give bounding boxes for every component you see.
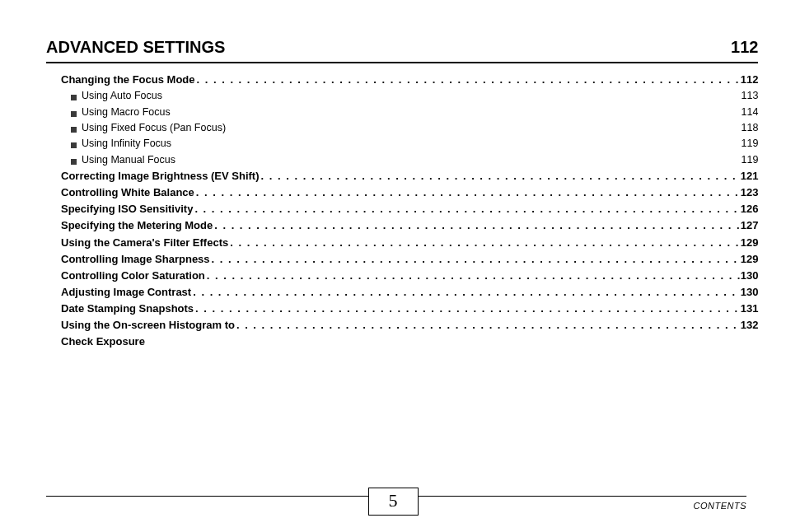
toc-page: 129 [741,235,759,251]
leader-dots: . . . . . . . . . . . . . . . . . . . . … [210,251,741,268]
toc-entry: Using the Camera's Filter Effects. . . .… [61,235,758,251]
toc-entry: Adjusting Image Contrast. . . . . . . . … [61,284,758,301]
toc-subentry: Using Manual Focus119 [71,152,758,168]
toc-subentry: Using Macro Focus114 [71,105,758,120]
leader-dots: . . . . . . . . . . . . . . . . . . . . … [194,184,741,201]
toc-entry: Controlling Color Saturation. . . . . . … [61,268,758,284]
toc-sub-page: 119 [742,136,759,152]
page-number: 5 [368,488,419,516]
leader-dots: . . . . . . . . . . . . . . . . . . . . … [195,72,741,88]
section-heading-advanced-settings: ADVANCED SETTINGS 112 [46,38,758,57]
leader-dots: . . . . . . . . . . . . . . . . . . . . … [193,201,740,217]
leader-dots: . . . . . . . . . . . . . . . . . . . . … [235,317,741,334]
toc-page: 121 [741,168,759,184]
toc-label: Changing the Focus Mode [61,72,195,88]
leader-dots: . . . . . . . . . . . . . . . . . . . . … [205,268,741,284]
toc-page: 129 [741,251,759,268]
toc-page: 132 [741,317,759,334]
section-title: ADVANCED SETTINGS [46,38,225,57]
section-page: 112 [731,38,758,57]
toc-subentry: Using Fixed Focus (Pan Focus)118 [71,120,758,136]
toc-entry: Date Stamping Snapshots. . . . . . . . .… [61,301,758,317]
toc-sub-page: 119 [742,152,759,168]
toc-page: 131 [741,301,759,317]
bullet-square-icon [71,159,77,165]
two-column-layout: ADVANCED SETTINGS 112 Changing the Focus… [46,33,746,478]
bullet-square-icon [71,111,77,117]
toc-label: Using the Camera's Filter Effects [61,235,228,251]
toc-page: 123 [741,184,759,201]
toc-page: 112 [741,72,759,88]
bullet-square-icon [71,142,77,148]
toc-entry: Changing the Focus Mode. . . . . . . . .… [61,72,758,88]
toc-label: Specifying the Metering Mode [61,217,213,234]
toc-list-left: Changing the Focus Mode. . . . . . . . .… [46,72,758,351]
toc-label: Correcting Image Brightness (EV Shift) [61,168,260,184]
bullet-square-icon [71,127,77,133]
leader-dots: . . . . . . . . . . . . . . . . . . . . … [194,301,741,317]
toc-page: 127 [741,217,759,234]
toc-page: 126 [741,201,759,217]
toc-entry: Correcting Image Brightness (EV Shift). … [61,168,758,184]
toc-sub-label: Using Infinity Focus [82,136,171,152]
toc-entry: Controlling White Balance. . . . . . . .… [61,184,758,201]
toc-subentry: Using Infinity Focus119 [71,136,758,152]
toc-entry: Specifying the Metering Mode. . . . . . … [61,217,758,234]
leader-dots: . . . . . . . . . . . . . . . . . . . . … [260,168,741,184]
toc-entry: Specifying ISO Sensitivity. . . . . . . … [61,201,758,217]
leader-dots: . . . . . . . . . . . . . . . . . . . . … [213,217,741,234]
toc-label: Specifying ISO Sensitivity [61,201,193,217]
toc-label: Date Stamping Snapshots [61,301,194,317]
toc-page: 130 [741,284,759,301]
toc-label: Controlling Image Sharpness [61,251,210,268]
toc-sub-page: 113 [742,88,759,104]
left-column: ADVANCED SETTINGS 112 Changing the Focus… [46,33,758,478]
toc-label: Controlling White Balance [61,184,194,201]
toc-page: 130 [741,268,759,284]
toc-sub-label: Using Macro Focus [82,105,171,120]
section-rule [46,62,758,63]
toc-subentry: Using Auto Focus113 [71,88,758,104]
toc-sub-label: Using Fixed Focus (Pan Focus) [82,120,226,136]
page: ADVANCED SETTINGS 112 Changing the Focus… [0,0,786,532]
toc-sub-label: Using Manual Focus [82,152,175,168]
toc-sub-page: 114 [742,105,759,120]
toc-entry: Controlling Image Sharpness. . . . . . .… [61,251,758,268]
toc-sub-page: 118 [742,120,759,136]
toc-label: Adjusting Image Contrast [61,284,191,301]
toc-label: Controlling Color Saturation [61,268,205,284]
leader-dots: . . . . . . . . . . . . . . . . . . . . … [191,284,741,301]
leader-dots: . . . . . . . . . . . . . . . . . . . . … [228,235,741,251]
toc-sub-label: Using Auto Focus [82,88,162,104]
bullet-square-icon [71,95,77,100]
footer-label: CONTENTS [694,501,747,511]
toc-entry: Using the On-screen Histogram to Check E… [61,317,758,350]
toc-label: Using the On-screen Histogram to Check E… [61,317,235,350]
footer: 5 CONTENTS [0,488,786,516]
